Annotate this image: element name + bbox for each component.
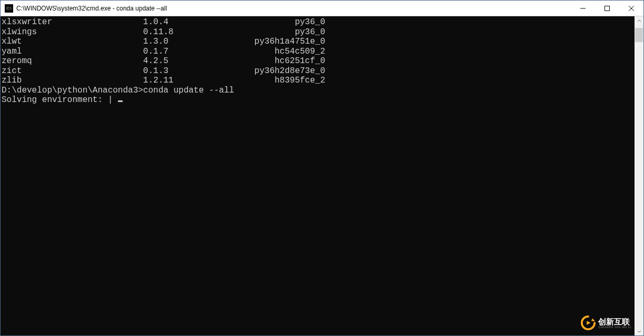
terminal-line: zeromq 4.2.5 hc6251cf_0 xyxy=(2,56,635,66)
cmd-window: C:\ C:\WINDOWS\system32\cmd.exe - conda … xyxy=(0,0,644,336)
close-icon xyxy=(629,6,634,11)
console-area: xlsxwriter 1.0.4 py36_0xlwings 0.11.8 py… xyxy=(1,16,643,335)
status-line: Solving environment: | xyxy=(2,95,635,105)
terminal-line: xlwings 0.11.8 py36_0 xyxy=(2,27,635,37)
svg-rect-1 xyxy=(605,6,610,11)
scroll-track[interactable] xyxy=(635,25,643,327)
cmd-icon: C:\ xyxy=(5,4,13,13)
chevron-up-icon xyxy=(637,19,641,23)
window-controls xyxy=(571,1,643,16)
scroll-up-button[interactable] xyxy=(635,16,643,25)
minimize-button[interactable] xyxy=(571,1,595,16)
chevron-down-icon xyxy=(637,329,641,333)
scroll-thumb[interactable] xyxy=(635,28,643,42)
scroll-down-button[interactable] xyxy=(635,327,643,335)
terminal-output[interactable]: xlsxwriter 1.0.4 py36_0xlwings 0.11.8 py… xyxy=(1,16,635,335)
titlebar[interactable]: C:\ C:\WINDOWS\system32\cmd.exe - conda … xyxy=(1,1,643,16)
terminal-line: zict 0.1.3 py36h2d8e73e_0 xyxy=(2,66,635,76)
maximize-icon xyxy=(605,6,610,11)
close-button[interactable] xyxy=(619,1,643,16)
window-title: C:\WINDOWS\system32\cmd.exe - conda upda… xyxy=(16,5,167,12)
terminal-line: yaml 0.1.7 hc54c509_2 xyxy=(2,47,635,57)
terminal-line: xlsxwriter 1.0.4 py36_0 xyxy=(2,17,635,27)
minimize-icon xyxy=(580,6,586,11)
terminal-line: D:\develop\python\Anaconda3>conda update… xyxy=(2,86,635,96)
terminal-line: zlib 1.2.11 h8395fce_2 xyxy=(2,76,635,86)
terminal-line: xlwt 1.3.0 py36h1a4751e_0 xyxy=(2,37,635,47)
cursor xyxy=(118,100,123,102)
vertical-scrollbar[interactable] xyxy=(635,16,643,335)
maximize-button[interactable] xyxy=(595,1,619,16)
